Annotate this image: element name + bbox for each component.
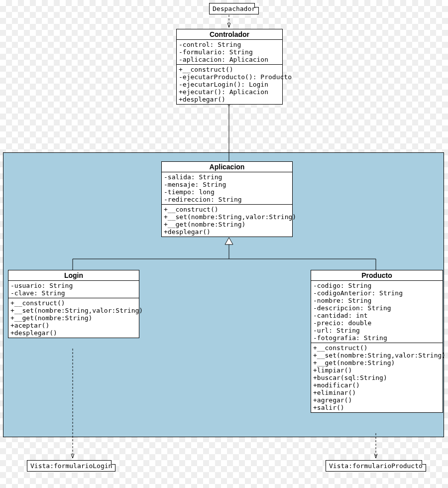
- member-line: -clave: String: [10, 289, 137, 297]
- member-line: +__construct(): [313, 344, 441, 352]
- member-line: -url: String: [313, 327, 441, 334]
- member-line: -salida: String: [164, 173, 290, 181]
- member-line: -ejecutarLogin(): Login: [179, 81, 280, 88]
- note-label: Despachador: [213, 5, 255, 12]
- edge-generalization: [73, 238, 376, 270]
- class-name: Aplicacion: [162, 162, 292, 172]
- member-line: +salir(): [313, 404, 441, 411]
- member-line: -usuario: String: [10, 282, 137, 289]
- class-operations: +__construct()+__set(nombre:String,valor…: [311, 343, 443, 412]
- class-login: Login -usuario: String-clave: String +__…: [8, 270, 139, 338]
- note-despachador: Despachador: [209, 3, 259, 14]
- member-line: -ejecutarProducto(): Producto: [179, 73, 280, 81]
- member-line: +__construct(): [164, 206, 290, 213]
- class-operations: +__construct()+__set(nombre:String,valor…: [162, 205, 292, 237]
- member-line: -nombre: String: [313, 297, 441, 304]
- class-producto: Producto -codigo: String-codigoAnterior:…: [311, 270, 443, 413]
- member-line: +eliminar(): [313, 389, 441, 396]
- member-line: -redireccion: String: [164, 196, 290, 203]
- member-line: +aceptar(): [10, 322, 137, 329]
- member-line: -codigo: String: [313, 282, 441, 289]
- member-line: -tiempo: long: [164, 188, 290, 196]
- class-operations: +__construct()-ejecutarProducto(): Produ…: [177, 65, 282, 104]
- member-line: +desplegar(): [179, 96, 280, 103]
- member-line: -fotografia: String: [313, 334, 441, 342]
- member-line: +modificar(): [313, 381, 441, 389]
- member-line: -cantidad: int: [313, 312, 441, 319]
- class-attributes: -control: String-formulario: String-apli…: [177, 40, 282, 65]
- note-label: Vista:formularioProducto: [329, 462, 423, 470]
- member-line: +__construct(): [10, 299, 137, 307]
- note-vista-login: Vista:formularioLogin: [27, 460, 115, 472]
- member-line: +ejecutar(): Aplicacion: [179, 88, 280, 96]
- class-attributes: -codigo: String-codigoAnterior: String-n…: [311, 281, 443, 343]
- class-name: Controlador: [177, 29, 282, 40]
- member-line: +buscar(sql:String): [313, 374, 441, 381]
- member-line: +agregar(): [313, 396, 441, 404]
- class-operations: +__construct()+__set(nombre:String,valor…: [8, 298, 139, 338]
- note-vista-producto: Vista:formularioProducto: [326, 460, 426, 472]
- member-line: -aplicacion: Aplicacion: [179, 56, 280, 63]
- member-line: -descripcion: String: [313, 304, 441, 312]
- member-line: +__set(nombre:String,valor:String): [313, 352, 441, 359]
- member-line: -codigoAnterior: String: [313, 289, 441, 297]
- member-line: +__set(nombre:String,valor:String): [164, 213, 290, 221]
- class-attributes: -usuario: String-clave: String: [8, 281, 139, 298]
- class-aplicacion: Aplicacion -salida: String-mensaje: Stri…: [161, 161, 293, 237]
- member-line: +__get(nombre:String): [10, 314, 137, 322]
- member-line: +desplegar(): [164, 228, 290, 236]
- member-line: -control: String: [179, 41, 280, 48]
- member-line: +__get(nombre:String): [164, 221, 290, 228]
- note-label: Vista:formularioLogin: [30, 462, 112, 470]
- member-line: +limpiar(): [313, 366, 441, 374]
- class-name: Login: [8, 270, 139, 281]
- class-name: Producto: [311, 270, 443, 281]
- member-line: +desplegar(): [10, 329, 137, 337]
- class-controlador: Controlador -control: String-formulario:…: [176, 29, 283, 105]
- member-line: -mensaje: String: [164, 181, 290, 188]
- member-line: -formulario: String: [179, 48, 280, 56]
- member-line: +__construct(): [179, 66, 280, 73]
- member-line: +__set(nombre:String,valor:String): [10, 307, 137, 314]
- member-line: -precio: double: [313, 319, 441, 327]
- member-line: +__get(nombre:String): [313, 359, 441, 366]
- class-attributes: -salida: String-mensaje: String-tiempo: …: [162, 172, 292, 205]
